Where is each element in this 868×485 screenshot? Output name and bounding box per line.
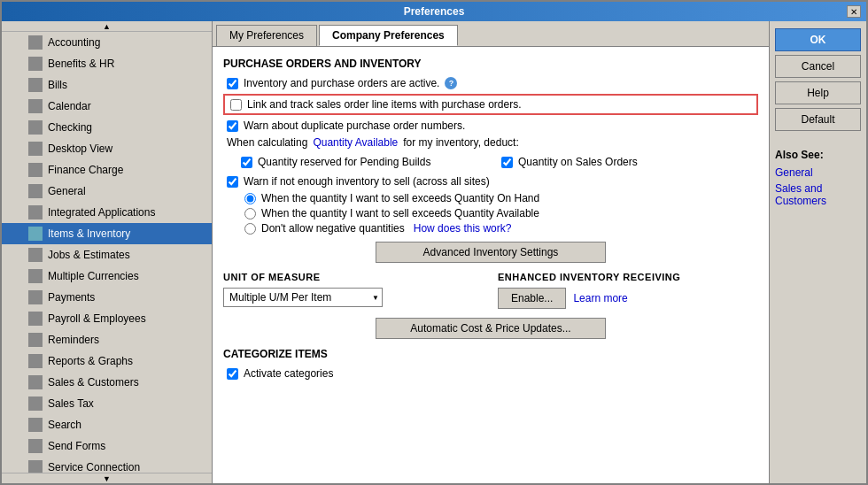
warn-inventory-checkbox[interactable] — [227, 176, 238, 188]
sidebar-icon — [28, 375, 43, 389]
sidebar-icon — [28, 269, 43, 283]
sidebar-item-label: Service Connection — [48, 461, 140, 473]
pending-builds-label: Quantity reserved for Pending Builds — [258, 156, 430, 168]
inventory-checkbox[interactable] — [227, 78, 238, 89]
right-panel: OK Cancel Help Default Also See: General… — [769, 21, 866, 483]
warn-dupe-checkbox[interactable] — [227, 120, 238, 132]
sidebar-item-search[interactable]: Search — [2, 414, 212, 435]
inventory-checkbox-row: Inventory and purchase orders are active… — [223, 77, 758, 89]
activate-categories-label: Activate categories — [244, 367, 333, 380]
sidebar-item-accounting[interactable]: Accounting — [2, 32, 212, 53]
sidebar-item-benefits---hr[interactable]: Benefits & HR — [2, 53, 212, 74]
sidebar-item-label: Items & Inventory — [48, 227, 130, 240]
sidebar-item-reminders[interactable]: Reminders — [2, 329, 212, 350]
sidebar-item-label: Integrated Applications — [48, 206, 155, 219]
advanced-inventory-button[interactable]: Advanced Inventory Settings — [376, 242, 606, 263]
sidebar-item-label: Multiple Currencies — [48, 270, 139, 282]
tab-my-preferences[interactable]: My Preferences — [216, 25, 317, 46]
content-area: PURCHASE ORDERS AND INVENTORY Inventory … — [213, 47, 769, 483]
sidebar-item-label: Bills — [48, 79, 67, 91]
warn-inventory-label: Warn if not enough inventory to sell (ac… — [244, 175, 490, 188]
radio2-label: When the quantity I want to sell exceeds… — [261, 207, 539, 219]
sidebar-item-items---inventory[interactable]: Items & Inventory — [2, 223, 212, 244]
radio-qty-on-hand[interactable] — [244, 193, 256, 204]
qty-sales-orders-checkbox[interactable] — [501, 157, 513, 168]
sidebar-item-label: Benefits & HR — [48, 58, 114, 70]
activate-categories-row: Activate categories — [223, 367, 758, 380]
sidebar-item-payroll---employees[interactable]: Payroll & Employees — [2, 308, 212, 329]
when-calc-suffix: for my inventory, deduct: — [403, 136, 519, 149]
sidebar-item-reports---graphs[interactable]: Reports & Graphs — [2, 350, 212, 372]
unit-title: UNIT OF MEASURE — [223, 272, 484, 282]
sidebar-item-sales---customers[interactable]: Sales & Customers — [2, 372, 212, 393]
warn-inventory-section: Warn if not enough inventory to sell (ac… — [223, 175, 758, 235]
sidebar-item-label: Jobs & Estimates — [48, 249, 130, 261]
sidebar-item-label: Reports & Graphs — [48, 355, 133, 367]
learn-more-link[interactable]: Learn more — [573, 292, 627, 304]
default-button[interactable]: Default — [775, 108, 861, 131]
sidebar-item-label: Sales Tax — [48, 397, 94, 410]
warn-dupe-label: Warn about duplicate purchase order numb… — [244, 119, 465, 132]
sidebar-icon — [28, 142, 43, 156]
radio-no-negative[interactable] — [244, 223, 256, 235]
sidebar-icon — [28, 227, 43, 241]
warn-inventory-row: Warn if not enough inventory to sell (ac… — [223, 175, 758, 188]
tabs: My Preferences Company Preferences — [213, 21, 769, 47]
sidebar-icon — [28, 460, 43, 473]
sidebar-scroll-up[interactable]: ▲ — [2, 21, 212, 32]
sidebar-scroll: AccountingBenefits & HRBillsCalendarChec… — [2, 32, 212, 473]
sidebar-icon — [28, 312, 43, 326]
radio2-row: When the quantity I want to sell exceeds… — [223, 207, 758, 219]
close-button[interactable]: ✕ — [847, 5, 861, 18]
sidebar-item-send-forms[interactable]: Send Forms — [2, 435, 212, 457]
sidebar-item-integrated-applications[interactable]: Integrated Applications — [2, 202, 212, 223]
enable-button[interactable]: Enable... — [498, 288, 566, 309]
sidebar-item-jobs---estimates[interactable]: Jobs & Estimates — [2, 244, 212, 266]
sidebar-item-finance-charge[interactable]: Finance Charge — [2, 159, 212, 181]
ok-button[interactable]: OK — [775, 28, 861, 51]
sidebar-item-label: Search — [48, 419, 81, 431]
sidebar-scroll-down[interactable]: ▼ — [2, 473, 212, 483]
sidebar-item-payments[interactable]: Payments — [2, 287, 212, 308]
tab-company-preferences[interactable]: Company Preferences — [319, 25, 458, 46]
when-calc-prefix: When calculating — [227, 136, 307, 149]
cancel-button[interactable]: Cancel — [775, 55, 861, 78]
sidebar-item-calendar[interactable]: Calendar — [2, 96, 212, 117]
qty-sales-orders-label: Quantity on Sales Orders — [518, 156, 638, 168]
link-track-checkbox[interactable] — [230, 99, 242, 111]
sidebar-item-service-connection[interactable]: Service Connection — [2, 457, 212, 473]
main-content: My Preferences Company Preferences PURCH… — [213, 21, 769, 483]
auto-cost-button[interactable]: Automatic Cost & Price Updates... — [376, 318, 606, 339]
help-button[interactable]: Help — [775, 81, 861, 104]
link-track-label: Link and track sales order line items wi… — [247, 98, 521, 111]
sidebar-item-general[interactable]: General — [2, 181, 212, 202]
sidebar-item-label: Sales & Customers — [48, 376, 139, 389]
sidebar-item-multiple-currencies[interactable]: Multiple Currencies — [2, 266, 212, 287]
sidebar-item-label: Desktop View — [48, 142, 112, 155]
sidebar-icon — [28, 354, 43, 368]
sidebar-icon — [28, 439, 43, 453]
sidebar-item-label: Accounting — [48, 36, 100, 49]
also-see-sales-customers[interactable]: Sales and Customers — [775, 182, 861, 207]
categorize-title: CATEGORIZE ITEMS — [223, 348, 758, 360]
pending-builds-checkbox[interactable] — [241, 157, 252, 168]
quantity-available-link[interactable]: Quantity Available — [313, 136, 398, 149]
sidebar-item-label: Payments — [48, 291, 95, 304]
info-icon[interactable]: ? — [445, 77, 457, 89]
sidebar-item-bills[interactable]: Bills — [2, 74, 212, 96]
activate-categories-checkbox[interactable] — [227, 368, 238, 380]
unit-dropdown[interactable]: Multiple U/M Per ItemSingle U/M Per Item… — [223, 288, 383, 307]
sidebar-icon — [28, 78, 43, 92]
sidebar-item-desktop-view[interactable]: Desktop View — [2, 138, 212, 159]
also-see-heading: Also See: — [775, 149, 861, 161]
also-see-general[interactable]: General — [775, 166, 861, 179]
sidebar: ▲ AccountingBenefits & HRBillsCalendarCh… — [2, 21, 213, 483]
enhanced-section: ENHANCED INVENTORY RECEIVING Enable... L… — [498, 272, 758, 309]
sidebar-icon — [28, 333, 43, 347]
how-does-link[interactable]: How does this work? — [414, 222, 512, 235]
quantity-row: When calculating Quantity Available for … — [223, 136, 758, 149]
sidebar-item-sales-tax[interactable]: Sales Tax — [2, 393, 212, 414]
sidebar-item-checking[interactable]: Checking — [2, 117, 212, 138]
radio-qty-available[interactable] — [244, 208, 256, 219]
radio3-row: Don't allow negative quantities How does… — [223, 222, 758, 235]
